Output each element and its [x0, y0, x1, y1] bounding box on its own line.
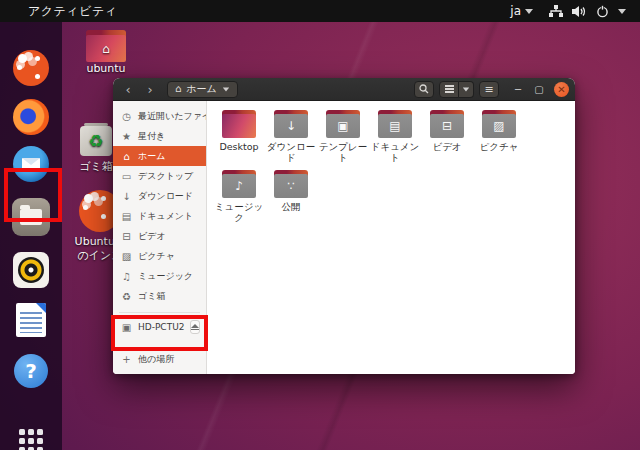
- system-status-menu[interactable]: [545, 3, 630, 20]
- trash-icon: ♻: [121, 291, 132, 302]
- rhythmbox-icon: [13, 252, 49, 288]
- file-label: ビデオ: [432, 141, 461, 152]
- list-view-button[interactable]: [439, 81, 459, 98]
- file-item-documents[interactable]: ▤ ドキュメント: [370, 110, 420, 164]
- sidebar-item-label: 他の場所: [138, 353, 174, 366]
- desktop-icon-label: ゴミ箱: [79, 159, 113, 174]
- sidebar-item-recent[interactable]: ◷ 最近開いたファイル: [113, 106, 206, 126]
- sidebar-item-starred[interactable]: ★ 星付き: [113, 126, 206, 146]
- maximize-button[interactable]: ▢: [533, 84, 545, 95]
- folder-icon: ▨: [482, 110, 516, 138]
- menu-button[interactable]: ≡: [479, 81, 499, 98]
- annotation-box-files-dock: [4, 168, 62, 222]
- sidebar-item-documents[interactable]: ▤ ドキュメント: [113, 206, 206, 226]
- document-icon: ▤: [389, 120, 400, 132]
- path-label: ホーム: [186, 82, 216, 96]
- sidebar-item-pictures[interactable]: ▨ ピクチャ: [113, 246, 206, 266]
- dock-item-firefox[interactable]: [12, 98, 50, 136]
- file-item-public[interactable]: ∵ 公開: [266, 170, 316, 224]
- back-button[interactable]: ‹: [119, 81, 137, 98]
- sidebar-item-label: 最近開いたファイル: [138, 110, 206, 123]
- folder-icon: ⊟: [430, 110, 464, 138]
- sidebar-separator: [119, 312, 200, 313]
- sidebar-item-music[interactable]: ♫ ミュージック: [113, 266, 206, 286]
- file-item-templates[interactable]: ▣ テンプレート: [318, 110, 368, 164]
- folder-icon: ↓: [274, 110, 308, 138]
- music-note-icon: ♫: [121, 271, 132, 282]
- view-options-button[interactable]: [459, 81, 474, 98]
- top-bar: アクティビティ ja: [0, 0, 640, 22]
- minimize-button[interactable]: ─: [512, 84, 524, 95]
- home-icon: ⌂: [102, 43, 110, 55]
- document-icon: ▤: [121, 211, 132, 222]
- desktop-icon: ▭: [121, 171, 132, 182]
- sidebar-item-label: ゴミ箱: [138, 290, 165, 303]
- download-icon: ↓: [286, 120, 296, 132]
- sidebar-item-other-locations[interactable]: + 他の場所: [113, 349, 206, 369]
- clock-icon: ◷: [121, 111, 132, 122]
- dock-item-app-grid[interactable]: [12, 422, 50, 450]
- sidebar-item-label: ホーム: [138, 150, 165, 163]
- video-icon: ⊟: [442, 120, 452, 132]
- volume-icon: [572, 5, 587, 18]
- chevron-down-icon: [525, 9, 533, 14]
- chevron-down-icon: [463, 87, 469, 91]
- file-item-downloads[interactable]: ↓ ダウンロード: [266, 110, 316, 164]
- star-icon: ★: [121, 131, 132, 142]
- path-bar-button[interactable]: ⌂ ホーム: [167, 81, 238, 98]
- trash-icon: ♻: [80, 126, 112, 156]
- dock-item-ubuntu-software[interactable]: [12, 49, 50, 87]
- home-icon: ⌂: [121, 151, 132, 162]
- file-label: ドキュメント: [370, 141, 420, 164]
- file-item-music[interactable]: ♪ ミュージック: [214, 170, 264, 224]
- search-icon: [419, 84, 429, 94]
- download-icon: ↓: [121, 191, 132, 202]
- list-view-icon: [445, 85, 454, 93]
- sidebar-item-downloads[interactable]: ↓ ダウンロード: [113, 186, 206, 206]
- home-icon: ⌂: [175, 84, 181, 94]
- file-item-pictures[interactable]: ▨ ピクチャ: [474, 110, 524, 164]
- search-button[interactable]: [414, 81, 434, 98]
- template-icon: ▣: [337, 120, 348, 132]
- dock-item-rhythmbox[interactable]: [12, 251, 50, 289]
- input-method-menu[interactable]: ja: [506, 2, 537, 20]
- folder-icon: ▣: [326, 110, 360, 138]
- chevron-down-icon: [618, 9, 626, 14]
- close-button[interactable]: ✕: [554, 82, 569, 97]
- folder-icon: ∵: [274, 170, 308, 198]
- folder-icon: ▤: [378, 110, 412, 138]
- network-icon: [549, 5, 563, 18]
- desktop-icon-label: ubuntu: [86, 62, 125, 75]
- home-folder-icon: ⌂: [86, 30, 126, 62]
- dock-item-help[interactable]: ?: [12, 352, 50, 390]
- sidebar-item-label: ピクチャ: [138, 250, 175, 263]
- activities-button[interactable]: アクティビティ: [28, 3, 117, 20]
- app-grid-icon: [19, 429, 43, 450]
- forward-button[interactable]: ›: [141, 81, 159, 98]
- sidebar-item-trash[interactable]: ♻ ゴミ箱: [113, 286, 206, 306]
- sidebar-item-home[interactable]: ⌂ ホーム: [113, 146, 206, 166]
- sidebar-item-label: デスクトップ: [138, 170, 193, 183]
- header-bar: ‹ › ⌂ ホーム ≡ ─ ▢ ✕: [113, 78, 575, 101]
- power-icon: [596, 5, 609, 18]
- file-label: ピクチャ: [480, 141, 519, 152]
- recycle-icon: ♻: [88, 131, 103, 151]
- sidebar-item-videos[interactable]: ⊟ ビデオ: [113, 226, 206, 246]
- dock-item-libreoffice-writer[interactable]: [12, 301, 50, 339]
- help-icon: ?: [14, 354, 48, 388]
- file-grid: Desktop ↓ ダウンロード ▣ テンプレート ▤ ドキュメント: [207, 101, 575, 374]
- file-item-videos[interactable]: ⊟ ビデオ: [422, 110, 472, 164]
- file-label: 公開: [282, 201, 301, 212]
- folder-icon: ♪: [222, 170, 256, 198]
- file-label: ダウンロード: [266, 141, 316, 164]
- folder-icon: [222, 110, 256, 138]
- music-note-icon: ♪: [235, 180, 243, 192]
- file-label: Desktop: [219, 141, 258, 152]
- dock: ?: [0, 22, 62, 450]
- chevron-down-icon: [223, 87, 229, 91]
- desktop-icon-home[interactable]: ⌂ ubuntu: [82, 30, 130, 75]
- file-item-desktop[interactable]: Desktop: [214, 110, 264, 164]
- picture-icon: ▨: [121, 251, 132, 262]
- sidebar-item-label: ドキュメント: [138, 210, 193, 223]
- sidebar-item-desktop[interactable]: ▭ デスクトップ: [113, 166, 206, 186]
